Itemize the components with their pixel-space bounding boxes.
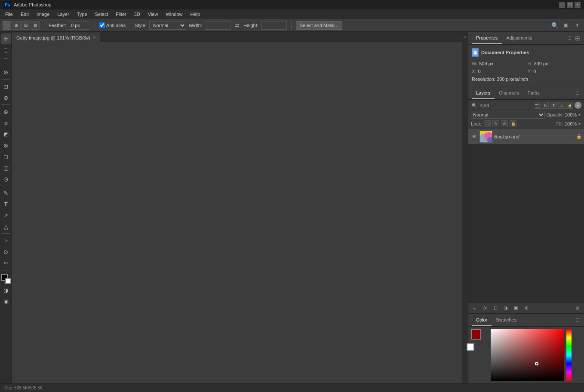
screen-mode-btn[interactable]: ▣ (1, 296, 11, 306)
minimize-button[interactable]: − (559, 2, 565, 8)
color-hue-bar[interactable] (566, 329, 572, 381)
tab-adjustments[interactable]: Adjustments (502, 33, 537, 44)
link-layers-btn[interactable]: ∞ (471, 304, 479, 312)
add-mask-btn[interactable]: ◻ (492, 304, 499, 312)
tab-paths[interactable]: Paths (523, 88, 544, 99)
app-title: Adobe Photoshop (14, 2, 51, 7)
tab-close-button[interactable]: × (93, 35, 95, 40)
brush-tool[interactable]: ⌀ (1, 118, 11, 128)
restore-button[interactable]: ❐ (567, 2, 573, 8)
color-swatch-container (471, 329, 488, 381)
panel-options-icon[interactable]: ⊞ (575, 35, 581, 41)
properties-content: 📄 Document Properties W: 509 px H: 339 p… (468, 45, 584, 87)
dodge-tool[interactable]: ◷ (1, 174, 11, 184)
style-select[interactable]: Normal Fixed Ratio Fixed Size (149, 21, 186, 30)
quick-select-tool[interactable]: ⊛ (1, 67, 11, 77)
menu-image[interactable]: Image (33, 11, 53, 18)
visibility-icon[interactable]: 👁 (471, 133, 478, 140)
width-input[interactable] (205, 21, 231, 30)
delete-layer-btn[interactable]: 🗑 (574, 304, 581, 312)
eraser-tool[interactable]: ◻ (1, 151, 11, 162)
shape-tool[interactable]: △ (1, 221, 11, 232)
lock-all-btn[interactable]: 🔒 (510, 120, 516, 127)
anti-alias-checkbox[interactable] (99, 22, 105, 28)
swap-dimensions-btn[interactable]: ⇄ (233, 21, 241, 29)
foreground-swatch[interactable] (471, 329, 481, 340)
menu-window[interactable]: Window (162, 11, 186, 18)
shape-filter-icon[interactable]: △ (558, 102, 565, 109)
background-color-swatch[interactable] (5, 278, 11, 284)
zoom-tool[interactable]: ⊙ (1, 247, 11, 257)
add-selection-btn[interactable]: ⊞ (12, 21, 21, 30)
pixel-filter-icon[interactable]: 📷 (534, 102, 541, 109)
type-filter-icon[interactable]: T (550, 102, 557, 109)
blend-mode-select[interactable]: Normal Multiply Screen Overlay (471, 111, 545, 119)
type-tool[interactable]: T (1, 199, 11, 209)
menu-edit[interactable]: Edit (17, 11, 32, 18)
background-swatch[interactable] (467, 343, 474, 351)
crop-tool[interactable]: ⊡ (1, 81, 11, 92)
menu-view[interactable]: View (144, 11, 162, 18)
intersect-selection-btn[interactable]: ⊠ (31, 21, 40, 30)
move-tool[interactable]: ✛ (1, 34, 11, 44)
menu-file[interactable]: File (2, 11, 16, 18)
lock-pixels-btn[interactable]: ⬚ (484, 120, 491, 127)
subtract-selection-btn[interactable]: ⊟ (22, 21, 30, 30)
path-select-tool[interactable]: ↗ (1, 210, 11, 220)
extra-tools-btn[interactable]: ••• (1, 258, 11, 268)
close-button[interactable]: × (575, 2, 581, 8)
add-fx-btn[interactable]: fx (481, 304, 489, 312)
lock-artboard-btn[interactable]: ⊕ (501, 120, 508, 127)
hand-tool[interactable]: ☞ (1, 236, 11, 246)
layer-item-background[interactable]: 👁 Background 🔒 (468, 129, 584, 144)
doc-properties-header: 📄 Document Properties (472, 48, 581, 57)
workspace-btn[interactable]: ▣ (562, 21, 570, 30)
eyedropper-tool[interactable]: ⊘ (1, 92, 11, 103)
fx-filter-icon[interactable]: fx (542, 102, 549, 109)
lock-position-btn[interactable]: ✎ (492, 120, 499, 127)
tab-swatches[interactable]: Swatches (492, 315, 521, 326)
history-brush-tool[interactable]: ⊗ (1, 140, 11, 150)
toggle-filter-icon[interactable]: ● (575, 102, 581, 109)
tab-color[interactable]: Color (472, 315, 492, 326)
clone-tool[interactable]: ◩ (1, 129, 11, 139)
color-gradient-box[interactable] (491, 329, 564, 381)
opacity-arrow[interactable]: ▼ (578, 113, 581, 117)
quick-mask-mode[interactable]: ◑ (1, 285, 11, 295)
right-collapse-strip[interactable]: « (462, 32, 468, 383)
resolution-prop: Resolution: 300 pixels/inch (472, 77, 581, 82)
tab-properties[interactable]: Properties (472, 33, 502, 44)
pen-tool[interactable]: ✎ (1, 188, 11, 198)
tab-layers[interactable]: Layers (472, 88, 495, 99)
share-btn[interactable]: ⬆ (573, 21, 581, 30)
search-icon[interactable]: 🔍 (550, 21, 559, 30)
new-layer-btn[interactable]: ⊕ (523, 304, 530, 312)
layers-menu-btn[interactable]: ☰ (575, 90, 581, 96)
select-mask-button[interactable]: Select and Mask... (296, 21, 343, 30)
tab-channels[interactable]: Channels (495, 88, 523, 99)
height-input[interactable] (261, 21, 287, 30)
sm-filter-icon[interactable]: 🔒 (566, 102, 573, 109)
healing-tool[interactable]: ⊕ (1, 107, 11, 117)
title-bar-controls[interactable]: − ❐ × (559, 2, 581, 8)
document-tab[interactable]: Getty image.jpg @ 161% (RGB/8#) × (12, 33, 100, 42)
add-group-btn[interactable]: ▣ (512, 304, 520, 312)
lasso-tool[interactable]: ⌒ (1, 56, 11, 66)
add-adjustment-btn[interactable]: ◑ (502, 304, 510, 312)
marquee-tool[interactable]: ⬚ (1, 45, 11, 55)
new-selection-btn[interactable]: ⬚ (3, 21, 11, 30)
anti-alias-label[interactable]: Anti-alias (99, 22, 126, 28)
menu-help[interactable]: Help (187, 11, 204, 18)
panel-menu-btn[interactable]: ☰ (567, 35, 573, 41)
menu-type[interactable]: Type (74, 11, 91, 18)
menu-layer[interactable]: Layer (54, 11, 73, 18)
color-swatches[interactable] (1, 274, 11, 284)
fill-arrow[interactable]: ▼ (578, 122, 581, 126)
main-layout: ✛ ⬚ ⌒ ⊛ ⊡ ⊘ ⊕ ⌀ ◩ ⊗ ◻ ◫ ◷ ✎ T ↗ △ ☞ ⊙ ••… (0, 32, 584, 383)
menu-3d[interactable]: 3D (131, 11, 144, 18)
menu-filter[interactable]: Filter (112, 11, 129, 18)
feather-input[interactable] (69, 21, 90, 30)
color-menu-btn[interactable]: ☰ (575, 317, 581, 323)
gradient-tool[interactable]: ◫ (1, 162, 11, 173)
menu-select[interactable]: Select (92, 11, 112, 18)
